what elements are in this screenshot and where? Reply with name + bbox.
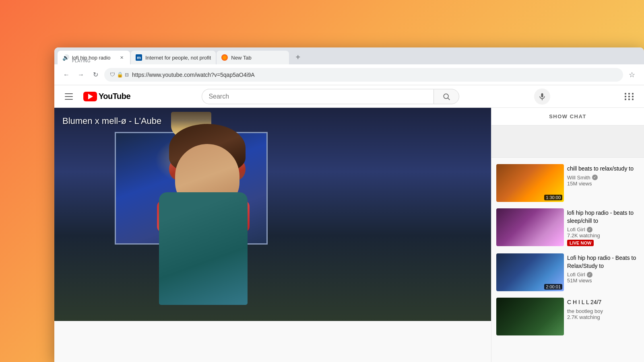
verified-badge: ✓ bbox=[587, 227, 592, 232]
apps-dot bbox=[628, 96, 630, 97]
tab-label: New Tab bbox=[231, 55, 284, 61]
chat-area bbox=[491, 125, 644, 158]
list-item[interactable]: 2:00:01 Lofi hip hop radio - Beats to Re… bbox=[495, 250, 641, 294]
refresh-button[interactable]: ↻ bbox=[90, 69, 101, 80]
video-thumbnail bbox=[54, 108, 491, 321]
channel-name: Lofi Girl ✓ bbox=[567, 226, 639, 232]
video-meta: 15M views bbox=[567, 181, 639, 187]
reader-icon: ⊟ bbox=[125, 72, 129, 78]
menu-line bbox=[65, 96, 73, 97]
video-meta: 2.7K watching bbox=[567, 314, 639, 320]
apps-dot bbox=[632, 96, 634, 97]
live-badge: LIVE NOW bbox=[567, 240, 594, 246]
channel-name: the bootleg boy bbox=[567, 308, 639, 314]
apps-dot bbox=[628, 93, 630, 95]
mozilla-icon: m bbox=[136, 54, 142, 61]
microphone-button[interactable] bbox=[534, 88, 550, 105]
video-duration: 1:30:00 bbox=[544, 195, 562, 200]
verified-badge: ✓ bbox=[587, 272, 592, 278]
video-info: chill beats to relax/study to Will Smith… bbox=[567, 164, 639, 202]
list-item[interactable]: lofi hip hop radio - beats to sleep/chil… bbox=[495, 205, 641, 250]
youtube-logo-icon bbox=[83, 92, 97, 101]
menu-line bbox=[65, 99, 73, 100]
audio-icon: 🔊 bbox=[62, 54, 69, 61]
security-icons: 🛡 🔒 ⊟ bbox=[110, 72, 129, 78]
related-videos-list: 1:30:00 chill beats to relax/study to Wi… bbox=[491, 158, 644, 342]
youtube-wordmark: YouTube bbox=[99, 92, 130, 101]
thumbnail bbox=[496, 298, 564, 335]
video-title: C H I L L 24/7 bbox=[567, 298, 639, 306]
search-button[interactable] bbox=[433, 89, 459, 104]
character-torso bbox=[159, 192, 248, 305]
browser-window: 🔊 lofi hip hop radio PLAYING ✕ m Interne… bbox=[54, 47, 644, 362]
video-info: lofi hip hop radio - beats to sleep/chil… bbox=[567, 208, 639, 247]
video-title: chill beats to relax/study to bbox=[567, 165, 639, 173]
lock-icon: 🔒 bbox=[117, 72, 123, 78]
apps-dot bbox=[625, 96, 626, 97]
video-player[interactable]: Blumen x mell-ø - L'Aube bbox=[54, 108, 491, 321]
video-title: lofi hip hop radio - beats to sleep/chil… bbox=[567, 209, 639, 225]
video-title-overlay: Blumen x mell-ø - L'Aube bbox=[62, 116, 161, 126]
apps-dot bbox=[632, 93, 634, 95]
menu-line bbox=[65, 93, 73, 94]
video-section: Blumen x mell-ø - L'Aube bbox=[54, 108, 491, 362]
tab-close-button[interactable]: ✕ bbox=[118, 54, 125, 61]
show-chat-button[interactable]: SHOW CHAT bbox=[491, 108, 644, 125]
search-input[interactable] bbox=[202, 89, 433, 104]
video-duration: 2:00:01 bbox=[544, 284, 562, 290]
apps-button[interactable] bbox=[621, 88, 638, 105]
bookmark-button[interactable]: ☆ bbox=[626, 69, 638, 80]
forward-button[interactable]: → bbox=[75, 69, 87, 80]
tab-sublabel: PLAYING bbox=[72, 59, 91, 61]
play-triangle bbox=[88, 94, 93, 99]
list-item[interactable]: C H I L L 24/7 the bootleg boy 2.7K watc… bbox=[495, 294, 641, 339]
svg-point-2 bbox=[444, 94, 449, 99]
apps-grid bbox=[625, 93, 634, 100]
back-button[interactable]: ← bbox=[61, 69, 72, 80]
shield-icon: 🛡 bbox=[110, 72, 115, 78]
address-bar: ← → ↻ 🛡 🔒 ⊟ https://www.youtube.com/watc… bbox=[54, 64, 644, 85]
thumbnail: 2:00:01 bbox=[496, 253, 564, 291]
tab-mozilla[interactable]: m Internet for people, not profit bbox=[131, 51, 216, 64]
character bbox=[135, 152, 296, 305]
channel-name: Will Smith ✓ bbox=[567, 175, 639, 181]
main-content: Blumen x mell-ø - L'Aube SHOW CHAT 1:30:… bbox=[54, 108, 644, 362]
menu-button[interactable] bbox=[61, 88, 77, 105]
list-item[interactable]: 1:30:00 chill beats to relax/study to Wi… bbox=[495, 161, 641, 205]
new-tab-button[interactable]: + bbox=[291, 51, 304, 64]
video-meta: 51M views bbox=[567, 278, 639, 284]
sidebar: SHOW CHAT 1:30:00 chill beats to relax/s… bbox=[491, 108, 644, 362]
apps-dot bbox=[632, 99, 634, 100]
tab-lofi[interactable]: 🔊 lofi hip hop radio PLAYING ✕ bbox=[58, 51, 130, 64]
thumbnail bbox=[496, 208, 564, 246]
svg-text:m: m bbox=[137, 55, 141, 60]
search-container bbox=[202, 89, 459, 104]
youtube-logo[interactable]: YouTube bbox=[83, 92, 130, 101]
url-text: https://www.youtube.com/watch?v=5qap5aO4… bbox=[132, 72, 617, 78]
youtube-header: YouTube bbox=[54, 85, 644, 108]
video-meta: 7.2K watching bbox=[567, 232, 639, 239]
url-bar[interactable]: 🛡 🔒 ⊟ https://www.youtube.com/watch?v=5q… bbox=[104, 68, 623, 82]
video-info: C H I L L 24/7 the bootleg boy 2.7K watc… bbox=[567, 298, 639, 335]
video-title: Lofi hip hop radio - Beats to Relax/Stud… bbox=[567, 254, 639, 270]
video-info: Lofi hip hop radio - Beats to Relax/Stud… bbox=[567, 253, 639, 291]
firefox-icon bbox=[221, 54, 228, 61]
apps-dot bbox=[628, 99, 630, 100]
svg-line-3 bbox=[448, 98, 450, 100]
apps-dot bbox=[625, 99, 626, 100]
tab-bar: 🔊 lofi hip hop radio PLAYING ✕ m Interne… bbox=[54, 47, 644, 64]
channel-name: Lofi Girl ✓ bbox=[567, 272, 639, 278]
tab-new-tab[interactable]: New Tab bbox=[217, 51, 289, 64]
verified-badge: ✓ bbox=[592, 175, 598, 180]
thumbnail: 1:30:00 bbox=[496, 164, 564, 202]
tab-label: Internet for people, not profit bbox=[145, 55, 211, 61]
apps-dot bbox=[625, 93, 626, 95]
